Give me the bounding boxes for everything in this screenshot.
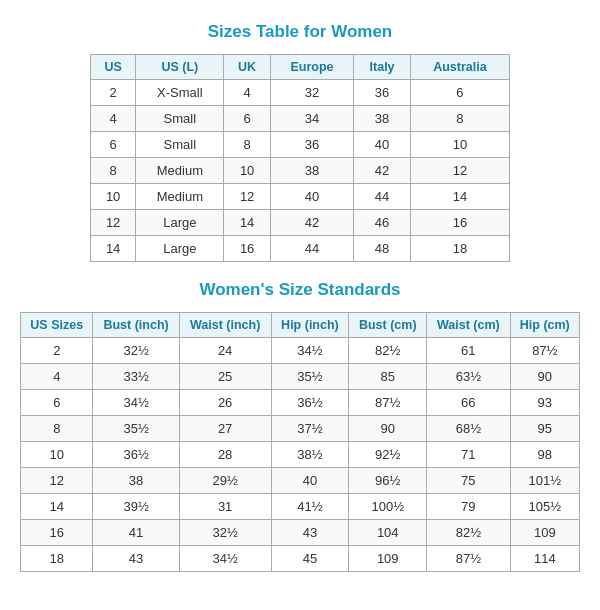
table-cell: 14 xyxy=(91,236,136,262)
table-cell: 10 xyxy=(91,184,136,210)
table-cell: 92½ xyxy=(349,442,427,468)
table-cell: 85 xyxy=(349,364,427,390)
table-cell: 93 xyxy=(510,390,579,416)
table-cell: 82½ xyxy=(349,338,427,364)
table-row: 232½2434½82½6187½ xyxy=(21,338,580,364)
table-cell: 34½ xyxy=(93,390,179,416)
sizes-table-header-row: USUS (L)UKEuropeItalyAustralia xyxy=(91,55,510,80)
table-cell: 12 xyxy=(224,184,270,210)
sizes-table-wrapper: USUS (L)UKEuropeItalyAustralia 2X-Small4… xyxy=(90,54,510,262)
table-cell: 6 xyxy=(21,390,93,416)
table-cell: 18 xyxy=(410,236,509,262)
sizes-table-header-cell: US (L) xyxy=(136,55,224,80)
sizes-table-header-cell: Europe xyxy=(270,55,354,80)
table-row: 6Small8364010 xyxy=(91,132,510,158)
table-cell: 8 xyxy=(410,106,509,132)
table-cell: Small xyxy=(136,106,224,132)
table-cell: 66 xyxy=(427,390,510,416)
table-cell: 109 xyxy=(510,520,579,546)
standards-table: US SizesBust (inch)Waist (inch)Hip (inch… xyxy=(20,312,580,572)
table-cell: 44 xyxy=(270,236,354,262)
table-cell: 35½ xyxy=(93,416,179,442)
table-cell: 41½ xyxy=(271,494,349,520)
page-title-1: Sizes Table for Women xyxy=(20,22,580,42)
table-cell: 2 xyxy=(21,338,93,364)
table-cell: 24 xyxy=(179,338,271,364)
table-cell: 36½ xyxy=(271,390,349,416)
table-row: 433½2535½8563½90 xyxy=(21,364,580,390)
table-row: 1036½2838½92½7198 xyxy=(21,442,580,468)
table-cell: Small xyxy=(136,132,224,158)
table-cell: 14 xyxy=(410,184,509,210)
table-cell: 101½ xyxy=(510,468,579,494)
table-cell: 43 xyxy=(271,520,349,546)
sizes-table-body: 2X-Small4323664Small6343886Small83640108… xyxy=(91,80,510,262)
table-cell: 2 xyxy=(91,80,136,106)
table-cell: 34 xyxy=(270,106,354,132)
table-cell: 82½ xyxy=(427,520,510,546)
table-cell: 39½ xyxy=(93,494,179,520)
standards-table-header-cell: US Sizes xyxy=(21,313,93,338)
table-cell: 40 xyxy=(270,184,354,210)
table-row: 634½2636½87½6693 xyxy=(21,390,580,416)
table-cell: 87½ xyxy=(427,546,510,572)
table-row: 123829½4096½75101½ xyxy=(21,468,580,494)
standards-table-header-cell: Hip (inch) xyxy=(271,313,349,338)
sizes-table: USUS (L)UKEuropeItalyAustralia 2X-Small4… xyxy=(90,54,510,262)
table-cell: 18 xyxy=(21,546,93,572)
table-cell: 90 xyxy=(349,416,427,442)
table-cell: 105½ xyxy=(510,494,579,520)
table-cell: 16 xyxy=(21,520,93,546)
table-cell: 31 xyxy=(179,494,271,520)
table-cell: 98 xyxy=(510,442,579,468)
table-cell: 41 xyxy=(93,520,179,546)
table-cell: 16 xyxy=(224,236,270,262)
table-cell: 8 xyxy=(91,158,136,184)
standards-table-header-row: US SizesBust (inch)Waist (inch)Hip (inch… xyxy=(21,313,580,338)
table-cell: 12 xyxy=(91,210,136,236)
table-cell: 38 xyxy=(354,106,411,132)
table-cell: Large xyxy=(136,210,224,236)
table-cell: 37½ xyxy=(271,416,349,442)
table-cell: 35½ xyxy=(271,364,349,390)
table-cell: 42 xyxy=(354,158,411,184)
table-cell: 38 xyxy=(93,468,179,494)
table-cell: 8 xyxy=(21,416,93,442)
table-cell: 42 xyxy=(270,210,354,236)
table-cell: 87½ xyxy=(349,390,427,416)
table-cell: 46 xyxy=(354,210,411,236)
table-cell: 100½ xyxy=(349,494,427,520)
table-cell: 26 xyxy=(179,390,271,416)
standards-table-wrapper: US SizesBust (inch)Waist (inch)Hip (inch… xyxy=(20,312,580,572)
table-row: 164132½4310482½109 xyxy=(21,520,580,546)
table-cell: 79 xyxy=(427,494,510,520)
table-cell: 12 xyxy=(21,468,93,494)
table-row: 835½2737½9068½95 xyxy=(21,416,580,442)
table-cell: Large xyxy=(136,236,224,262)
table-cell: 10 xyxy=(410,132,509,158)
table-cell: 27 xyxy=(179,416,271,442)
sizes-table-header-cell: US xyxy=(91,55,136,80)
table-cell: 32½ xyxy=(179,520,271,546)
table-row: 8Medium10384212 xyxy=(91,158,510,184)
table-cell: 48 xyxy=(354,236,411,262)
table-cell: 114 xyxy=(510,546,579,572)
standards-table-header-cell: Hip (cm) xyxy=(510,313,579,338)
table-cell: 61 xyxy=(427,338,510,364)
page-title-2: Women's Size Standards xyxy=(20,280,580,300)
table-cell: 63½ xyxy=(427,364,510,390)
table-cell: 40 xyxy=(354,132,411,158)
standards-table-header-cell: Waist (cm) xyxy=(427,313,510,338)
table-cell: 75 xyxy=(427,468,510,494)
table-cell: X-Small xyxy=(136,80,224,106)
table-cell: 43 xyxy=(93,546,179,572)
table-cell: 28 xyxy=(179,442,271,468)
table-cell: 96½ xyxy=(349,468,427,494)
standards-table-body: 232½2434½82½6187½433½2535½8563½90634½263… xyxy=(21,338,580,572)
table-cell: Medium xyxy=(136,184,224,210)
table-cell: 36 xyxy=(354,80,411,106)
table-cell: 32 xyxy=(270,80,354,106)
table-row: 4Small634388 xyxy=(91,106,510,132)
table-cell: 87½ xyxy=(510,338,579,364)
table-cell: 71 xyxy=(427,442,510,468)
